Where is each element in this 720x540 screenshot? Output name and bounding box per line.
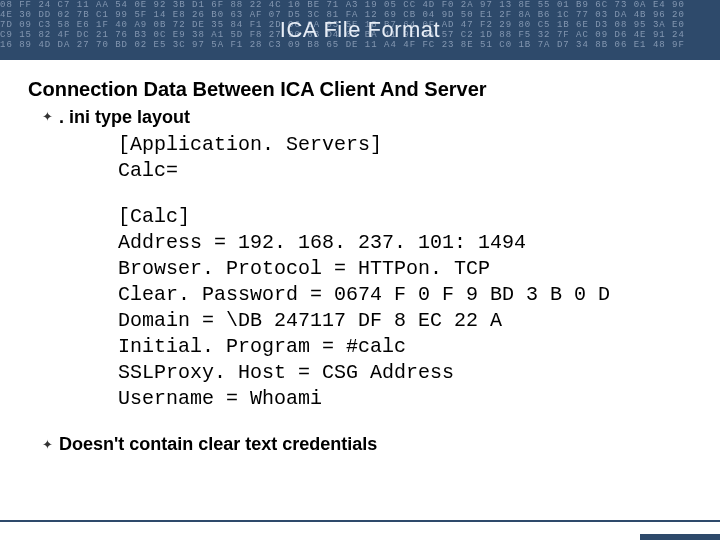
slide-footer <box>0 520 720 540</box>
slide-content: Connection Data Between ICA Client And S… <box>0 60 720 520</box>
slide-title: ICA File Format <box>280 17 440 43</box>
footer-accent <box>640 534 720 540</box>
content-heading: Connection Data Between ICA Client And S… <box>28 78 692 101</box>
slide-header: 08 FF 24 C7 11 AA 54 0E 92 3B D1 6F 88 2… <box>0 0 720 60</box>
ini-block-appservers: [Application. Servers] Calc= <box>118 132 692 184</box>
ini-block-calc: [Calc] Address = 192. 168. 237. 101: 149… <box>118 204 692 412</box>
slide: 08 FF 24 C7 11 AA 54 0E 92 3B D1 6F 88 2… <box>0 0 720 540</box>
bullet-star-icon: ✦ <box>42 434 53 456</box>
bullet-ini-layout-label: . ini type layout <box>59 107 190 128</box>
bullet-star-icon: ✦ <box>42 107 53 127</box>
spacer <box>28 184 692 204</box>
bullet-ini-layout: ✦ . ini type layout <box>28 107 692 128</box>
bullet-no-cleartext: ✦ Doesn't contain clear text credentials <box>28 434 692 456</box>
bullet-no-cleartext-label: Doesn't contain clear text credentials <box>59 434 377 455</box>
